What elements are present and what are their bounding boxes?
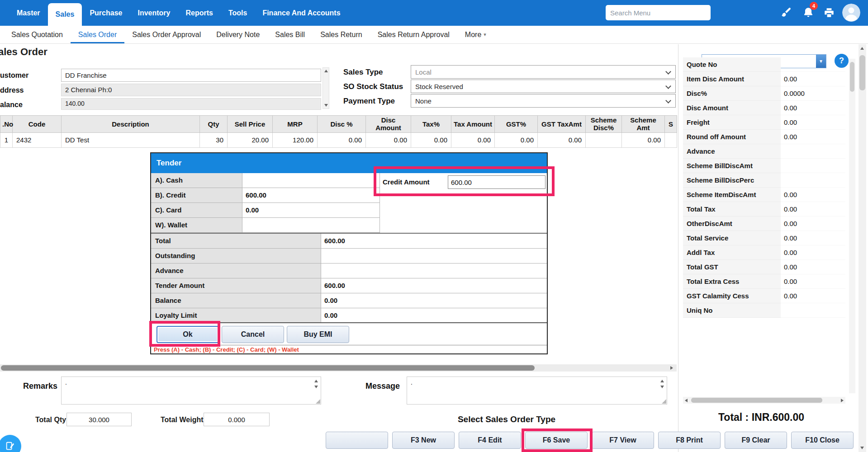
cell-tax[interactable]: 0.00: [411, 132, 451, 147]
subnav-item-sales-order-approval[interactable]: Sales Order Approval: [124, 26, 209, 43]
nav-item-master[interactable]: Master: [9, 0, 48, 26]
subnav-item-sales-bill[interactable]: Sales Bill: [267, 26, 313, 43]
cell-tax-amount[interactable]: 0.00: [451, 132, 495, 147]
printer-icon: [823, 7, 835, 19]
nav-item-sales[interactable]: Sales: [48, 3, 82, 26]
cell-qty[interactable]: 30: [200, 132, 228, 147]
summary-row-label: Round off Amount: [683, 130, 781, 144]
customer-label: ustomer: [0, 71, 28, 80]
cancel-button[interactable]: Cancel: [222, 326, 284, 343]
total-qty-input[interactable]: [66, 413, 132, 426]
resize-handle[interactable]: [316, 399, 320, 404]
top-nav-items: MasterSalesPurchaseInventoryReportsTools…: [9, 0, 348, 26]
nav-item-finance-and-accounts[interactable]: Finance And Accounts: [255, 0, 348, 26]
summary-row-label: Scheme BillDiscAmt: [683, 159, 781, 173]
nav-item-purchase[interactable]: Purchase: [82, 0, 130, 26]
feedback-widget-button[interactable]: [0, 435, 21, 452]
print-button[interactable]: [822, 6, 836, 19]
f3-new-button[interactable]: F3 New: [392, 432, 455, 449]
scroll-right-arrow-icon[interactable]: [670, 366, 673, 370]
scrollbar-thumb[interactable]: [691, 398, 822, 403]
nav-item-tools[interactable]: Tools: [221, 0, 255, 26]
subnav-item-more[interactable]: More▾: [457, 26, 494, 43]
cell-s[interactable]: [665, 132, 677, 147]
cell-gst-taxamt[interactable]: 0.00: [538, 132, 586, 147]
subnav-item-sales-order[interactable]: Sales Order: [71, 26, 124, 43]
tender-row-value: [242, 218, 379, 232]
tender-summary-rows: Total600.00OutstandingAdvanceTender Amou…: [151, 233, 547, 323]
page-scrollbar[interactable]: [859, 44, 866, 452]
cell-no[interactable]: 1: [0, 132, 13, 147]
tender-credit-area: Credit Amount: [379, 173, 547, 233]
message-textarea[interactable]: .: [407, 377, 667, 405]
col-scheme-amt: Scheme Amt: [622, 116, 665, 133]
summary-vertical-scrollbar[interactable]: [849, 59, 855, 393]
ok-button[interactable]: Ok: [157, 326, 219, 343]
customer-form-scrollbar[interactable]: [323, 67, 329, 109]
grid-horizontal-scrollbar[interactable]: [0, 364, 677, 372]
f9-clear-button[interactable]: F9 Clear: [725, 432, 787, 449]
total-weight-input[interactable]: [204, 413, 270, 426]
user-avatar[interactable]: [842, 4, 860, 22]
scrollbar-thumb[interactable]: [1, 365, 535, 371]
scrollbar-thumb[interactable]: [850, 62, 854, 92]
customer-input[interactable]: [61, 69, 321, 82]
nav-item-inventory[interactable]: Inventory: [130, 0, 178, 26]
cell-scheme-disc[interactable]: [586, 132, 622, 147]
cell-code[interactable]: 2432: [13, 132, 62, 147]
balance-field: 140.00: [61, 98, 321, 110]
resize-handle[interactable]: [662, 399, 666, 404]
scroll-right-arrow-icon[interactable]: [841, 399, 844, 402]
remarks-textarea[interactable]: .: [61, 377, 321, 405]
f7-view-button[interactable]: F7 View: [592, 432, 654, 449]
cell-scheme-amt[interactable]: 0.00: [622, 132, 665, 147]
footer-blank-button[interactable]: [326, 432, 388, 449]
buy-emi-button[interactable]: Buy EMI: [287, 326, 349, 343]
address-field[interactable]: 2 Chennai Ph:0: [61, 84, 321, 96]
summary-row-quote-no: Quote No: [683, 57, 845, 72]
tender-row-w-wallet: W). Wallet: [151, 218, 379, 233]
tender-row-label: B). Credit: [151, 188, 242, 202]
f8-print-button[interactable]: F8 Print: [658, 432, 721, 449]
spin-down-icon[interactable]: [660, 386, 664, 388]
tender-row-advance: Advance: [151, 264, 547, 278]
f10-close-button[interactable]: F10 Close: [791, 432, 854, 449]
subnav-item-delivery-note[interactable]: Delivery Note: [209, 26, 267, 43]
theme-brush-button[interactable]: [779, 6, 792, 19]
summary-horizontal-scrollbar[interactable]: [683, 397, 845, 404]
summary-row-label: Disc Amount: [683, 101, 781, 115]
spin-down-icon[interactable]: [314, 386, 318, 388]
scroll-down-arrow-icon[interactable]: [860, 447, 864, 449]
table-row[interactable]: 12432DD Test3020.00120.000.000.000.000.0…: [0, 132, 677, 147]
spin-up-icon[interactable]: [660, 380, 664, 382]
payment-type-select[interactable]: None: [411, 94, 676, 108]
spin-up-icon[interactable]: [314, 380, 318, 382]
subnav-item-sales-quotation[interactable]: Sales Quotation: [4, 26, 71, 43]
cell-disc[interactable]: 0.00: [318, 132, 366, 147]
sub-navbar: Sales QuotationSales OrderSales Order Ap…: [0, 26, 868, 44]
scroll-down-arrow-icon[interactable]: [324, 104, 328, 107]
summary-row-gst-calamity-cess: GST Calamity Cess0.00: [683, 289, 845, 303]
cell-mrp[interactable]: 120.00: [273, 132, 318, 147]
summary-row-value: 0.00: [781, 188, 845, 202]
search-menu-input[interactable]: [606, 5, 711, 20]
cell-description[interactable]: DD Test: [62, 132, 200, 147]
scroll-left-arrow-icon[interactable]: [685, 399, 688, 402]
subnav-item-sales-return-approval[interactable]: Sales Return Approval: [370, 26, 457, 43]
f6-save-button[interactable]: F6 Save: [525, 432, 588, 449]
summary-row-total-service: Total Service0.00: [683, 231, 845, 245]
address-label: ddress: [0, 86, 24, 94]
credit-amount-input[interactable]: [448, 175, 545, 189]
cell-sell-price[interactable]: 20.00: [228, 132, 273, 147]
cell-disc-amount[interactable]: 0.00: [366, 132, 411, 147]
scroll-up-arrow-icon[interactable]: [324, 70, 328, 72]
f4-edit-button[interactable]: F4 Edit: [459, 432, 521, 449]
subnav-item-sales-return[interactable]: Sales Return: [313, 26, 370, 43]
cell-gst[interactable]: 0.00: [495, 132, 538, 147]
scroll-up-arrow-icon[interactable]: [860, 47, 864, 50]
sales-type-select[interactable]: Local: [411, 65, 676, 79]
so-stock-status-select[interactable]: Stock Reserved: [411, 80, 676, 93]
scrollbar-thumb[interactable]: [859, 55, 865, 90]
nav-item-reports[interactable]: Reports: [178, 0, 220, 26]
select-sales-order-type-label: Select Sales Order Type: [430, 414, 583, 424]
